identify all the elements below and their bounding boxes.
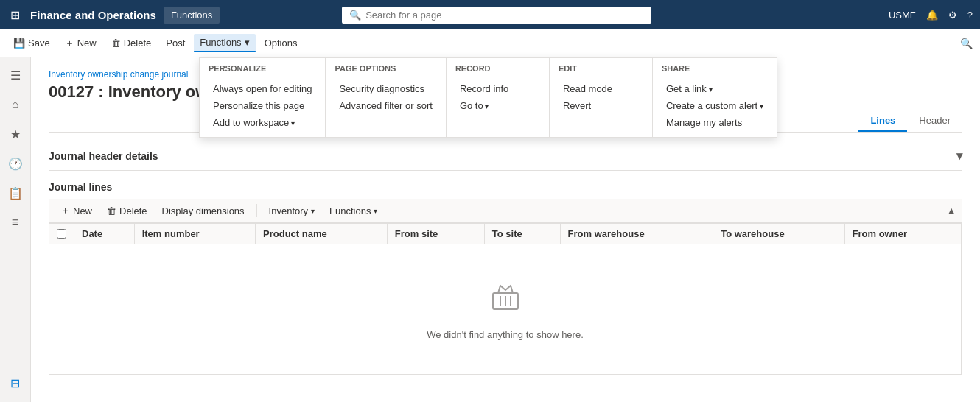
journal-lines-title: Journal lines <box>49 181 962 193</box>
toolbar-collapse-button[interactable]: ▲ <box>946 205 956 216</box>
settings-icon[interactable]: ⚙ <box>948 10 957 21</box>
empty-state: We didn't find anything to show here. <box>57 249 953 370</box>
functions-chevron-icon: ▾ <box>374 207 377 215</box>
sidebar-home-icon[interactable]: ⌂ <box>2 91 29 118</box>
lines-new-icon: ＋ <box>60 204 70 217</box>
checkbox-header <box>49 224 74 244</box>
post-button[interactable]: Post <box>160 35 191 52</box>
notification-icon[interactable]: 🔔 <box>926 10 938 21</box>
delete-button[interactable]: 🗑 Delete <box>105 35 158 52</box>
topbar-functions-button[interactable]: Functions <box>164 7 220 24</box>
always-open-editing-item[interactable]: Always open for editing <box>209 80 316 97</box>
empty-state-icon <box>71 278 939 322</box>
ribbon: 💾 Save ＋ New 🗑 Delete Post Functions ▾ O… <box>0 29 980 57</box>
from-site-column-header: From site <box>387 224 484 244</box>
product-name-column-header: Product name <box>256 224 388 244</box>
empty-state-cell: We didn't find anything to show here. <box>49 244 962 375</box>
delete-icon: 🗑 <box>111 38 121 49</box>
journal-lines-table: Date Item number Product name From site … <box>49 224 962 375</box>
from-warehouse-column-header: From warehouse <box>560 224 713 244</box>
chevron-down-icon: ▾ <box>245 37 250 48</box>
table-header-row: Date Item number Product name From site … <box>49 224 962 244</box>
save-icon: 💾 <box>13 38 25 49</box>
functions-button[interactable]: Functions ▾ <box>194 34 255 52</box>
lines-delete-button[interactable]: 🗑 Delete <box>101 203 153 219</box>
search-icon: 🔍 <box>349 10 361 21</box>
top-bar-right: USMF 🔔 ⚙ ? <box>889 10 973 21</box>
sidebar-menu-icon[interactable]: ☰ <box>2 62 29 88</box>
edit-title: EDIT <box>559 64 643 76</box>
date-column-header: Date <box>74 224 135 244</box>
to-warehouse-column-header: To warehouse <box>713 224 844 244</box>
add-to-workspace-item[interactable]: Add to workspace <box>209 114 316 131</box>
help-icon[interactable]: ? <box>967 10 973 21</box>
sidebar-modules-icon[interactable]: ≡ <box>2 209 29 236</box>
read-mode-item[interactable]: Read mode <box>559 80 643 97</box>
page-options-title: PAGE OPTIONS <box>335 64 436 76</box>
tab-lines[interactable]: Lines <box>858 110 907 132</box>
record-info-item[interactable]: Record info <box>455 80 540 97</box>
options-button[interactable]: Options <box>259 35 304 52</box>
select-all-checkbox[interactable] <box>57 229 66 239</box>
record-title: RECORD <box>455 64 540 76</box>
manage-alerts-item[interactable]: Manage my alerts <box>662 114 768 131</box>
sidebar: ☰ ⌂ ★ 🕐 📋 ≡ ⊟ <box>0 57 31 402</box>
share-section: SHARE Get a link Create a custom alert M… <box>653 58 777 137</box>
create-alert-item[interactable]: Create a custom alert <box>662 97 768 114</box>
new-icon: ＋ <box>65 37 74 50</box>
search-input[interactable] <box>365 10 644 21</box>
share-title: SHARE <box>662 64 768 76</box>
lines-functions-dropdown-button[interactable]: Functions ▾ <box>323 203 383 219</box>
journal-header-chevron: ▾ <box>956 149 962 163</box>
grid-icon[interactable]: ⊞ <box>7 5 23 25</box>
lines-toolbar: ＋ New 🗑 Delete Display dimensions Invent… <box>49 199 962 223</box>
get-link-item[interactable]: Get a link <box>662 80 768 97</box>
sidebar-recent-icon[interactable]: 🕐 <box>2 150 29 177</box>
to-site-column-header: To site <box>484 224 560 244</box>
personalize-page-item[interactable]: Personalize this page <box>209 97 316 114</box>
journal-header-title: Journal header details <box>49 150 158 162</box>
record-section: RECORD Record info Go to <box>447 58 550 137</box>
toolbar-separator <box>256 204 257 217</box>
empty-state-row: We didn't find anything to show here. <box>49 244 962 375</box>
table-container: Date Item number Product name From site … <box>49 223 962 375</box>
app-title: Finance and Operations <box>30 9 156 21</box>
sidebar-workspaces-icon[interactable]: 📋 <box>2 180 29 206</box>
journal-header-section[interactable]: Journal header details ▾ <box>49 141 962 171</box>
save-button[interactable]: 💾 Save <box>7 35 56 52</box>
personalize-title: PERSONALIZE <box>209 64 316 76</box>
display-dimensions-button[interactable]: Display dimensions <box>156 203 251 219</box>
inventory-dropdown-button[interactable]: Inventory ▾ <box>263 203 321 219</box>
go-to-item[interactable]: Go to <box>455 97 540 114</box>
item-number-column-header: Item number <box>134 224 255 244</box>
from-owner-column-header: From owner <box>844 224 961 244</box>
top-bar: ⊞ Finance and Operations Functions 🔍 USM… <box>0 0 980 29</box>
lines-delete-icon: 🗑 <box>107 205 116 216</box>
ribbon-search-button[interactable]: 🔍 <box>960 38 973 49</box>
inventory-chevron-icon: ▾ <box>311 207 315 215</box>
advanced-filter-item[interactable]: Advanced filter or sort <box>335 97 436 114</box>
lines-new-button[interactable]: ＋ New <box>55 202 98 219</box>
new-button[interactable]: ＋ New <box>59 34 102 53</box>
page-options-section: PAGE OPTIONS Security diagnostics Advanc… <box>326 58 446 137</box>
search-container: 🔍 <box>342 7 651 24</box>
tab-header[interactable]: Header <box>907 110 962 132</box>
personalize-section: PERSONALIZE Always open for editing Pers… <box>200 58 326 137</box>
sidebar-filter-icon[interactable]: ⊟ <box>2 370 29 396</box>
revert-item[interactable]: Revert <box>559 97 643 114</box>
user-code[interactable]: USMF <box>889 10 916 21</box>
edit-section: EDIT Read mode Revert <box>550 58 653 137</box>
security-diagnostics-item[interactable]: Security diagnostics <box>335 80 436 97</box>
sidebar-favorites-icon[interactable]: ★ <box>2 121 29 147</box>
functions-dropdown: PERSONALIZE Always open for editing Pers… <box>199 57 777 138</box>
empty-state-text: We didn't find anything to show here. <box>71 329 939 340</box>
